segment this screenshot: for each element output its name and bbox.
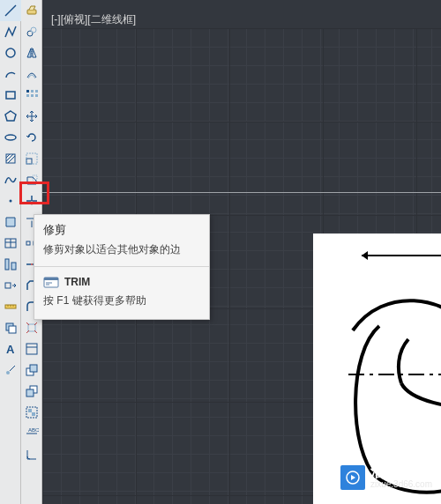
tooltip: 修剪 修剪对象以适合其他对象的边 TRIM 按 F1 键获得更多帮助 [34, 214, 210, 320]
move-icon[interactable] [21, 106, 42, 127]
stretch-icon[interactable] [21, 169, 42, 190]
play-icon [340, 465, 365, 490]
svg-rect-15 [5, 283, 11, 288]
array-icon[interactable] [21, 85, 42, 106]
dim-angular-icon[interactable] [21, 444, 42, 465]
svg-rect-30 [35, 90, 38, 93]
svg-text:A: A [6, 343, 15, 356]
svg-rect-13 [5, 259, 9, 270]
dim-linear-icon[interactable]: ABC [21, 423, 42, 444]
svg-rect-56 [26, 389, 34, 397]
tooltip-description: 修剪对象以适合其他对象的边 [43, 242, 200, 257]
svg-rect-59 [32, 412, 35, 416]
svg-rect-2 [6, 92, 15, 99]
reference-sketch [313, 233, 441, 504]
hatch-icon[interactable] [0, 148, 21, 169]
watermark: 溜溜自学 zixue.3d66.com [340, 465, 432, 490]
drawing-hline [42, 192, 441, 193]
scale-icon[interactable] [21, 148, 42, 169]
svg-line-7 [6, 154, 13, 161]
rotate-icon[interactable] [21, 127, 42, 148]
erase-icon[interactable] [21, 0, 42, 21]
svg-point-45 [31, 263, 33, 265]
copy-icon[interactable] [21, 21, 42, 42]
send-back-icon[interactable] [21, 381, 42, 402]
svg-rect-63 [44, 278, 58, 280]
mirror-icon[interactable] [21, 42, 42, 63]
spline-icon[interactable] [0, 169, 21, 190]
toolbar-draw: A [0, 0, 21, 504]
draworder-icon[interactable] [0, 317, 21, 338]
svg-rect-14 [11, 263, 16, 270]
tooltip-command: TRIM [64, 276, 90, 288]
measure-icon[interactable] [0, 296, 21, 317]
svg-rect-43 [26, 241, 30, 245]
svg-point-1 [6, 48, 15, 57]
trim-icon[interactable] [21, 190, 42, 211]
svg-rect-33 [35, 94, 38, 97]
svg-rect-28 [26, 90, 29, 93]
svg-point-23 [6, 371, 10, 374]
a-text-icon[interactable]: A [0, 338, 21, 359]
leader-icon[interactable] [0, 359, 21, 381]
circle-icon[interactable] [0, 42, 21, 63]
svg-point-26 [31, 27, 36, 33]
polyline-icon[interactable] [0, 21, 21, 42]
rectangle-icon[interactable] [0, 85, 21, 106]
svg-rect-46 [28, 324, 35, 331]
svg-point-4 [5, 135, 16, 140]
arc-icon[interactable] [0, 63, 21, 85]
explode-icon[interactable] [21, 317, 42, 338]
stretch-tool-icon[interactable] [0, 275, 21, 296]
table-icon[interactable] [0, 233, 21, 254]
align-tool-icon[interactable] [0, 254, 21, 275]
svg-rect-31 [26, 94, 29, 97]
offset-icon[interactable] [21, 63, 42, 85]
svg-rect-21 [9, 326, 16, 333]
svg-line-8 [8, 156, 15, 163]
svg-rect-51 [26, 344, 37, 354]
line-icon[interactable] [0, 0, 21, 21]
point-icon[interactable] [0, 190, 21, 211]
svg-text:ABC: ABC [28, 427, 39, 433]
svg-rect-34 [26, 159, 32, 164]
svg-rect-58 [28, 409, 32, 412]
bring-front-icon[interactable] [21, 359, 42, 381]
svg-rect-24 [27, 10, 36, 14]
tooltip-title: 修剪 [43, 222, 200, 238]
viewport-label[interactable]: [-][俯视][二维线框] [51, 12, 136, 27]
ellipse-icon[interactable] [0, 127, 21, 148]
tooltip-separator [34, 266, 209, 267]
polygon-icon[interactable] [0, 106, 21, 127]
svg-point-9 [10, 200, 12, 203]
region-icon[interactable] [0, 211, 21, 233]
svg-line-0 [5, 5, 16, 16]
svg-rect-32 [31, 94, 34, 97]
tooltip-help: 按 F1 键获得更多帮助 [43, 293, 200, 308]
svg-line-6 [6, 154, 10, 158]
group-icon[interactable] [21, 402, 42, 423]
command-icon [43, 276, 59, 288]
svg-marker-3 [5, 111, 16, 121]
svg-rect-29 [31, 90, 34, 93]
properties-icon[interactable] [21, 338, 42, 359]
watermark-subtitle: zixue.3d66.com [370, 479, 432, 490]
watermark-title: 溜溜自学 [370, 465, 432, 479]
svg-rect-54 [30, 365, 37, 372]
svg-rect-5 [6, 154, 15, 163]
